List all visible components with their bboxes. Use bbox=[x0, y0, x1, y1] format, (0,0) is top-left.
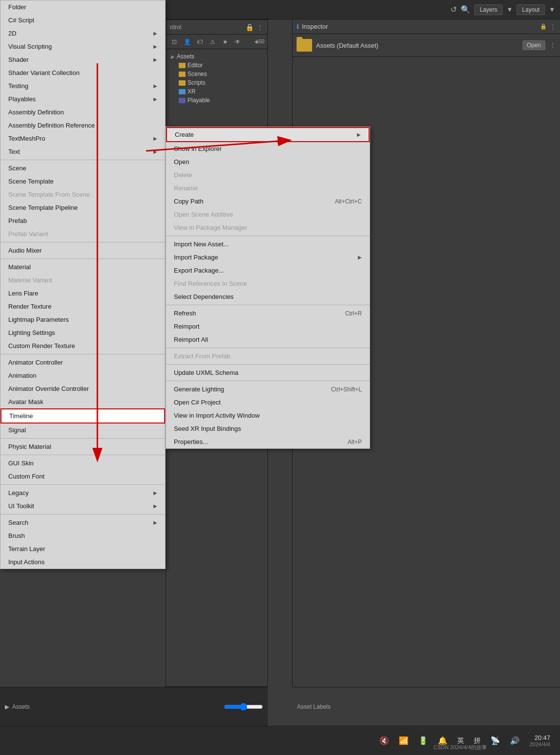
left-menu-item-testing[interactable]: Testing▶ bbox=[0, 79, 165, 92]
left-menu-item-lighting-settings[interactable]: Lighting Settings bbox=[0, 326, 165, 339]
asset-labels-panel: Asset Labels bbox=[292, 687, 560, 726]
left-menu-item-scene[interactable]: Scene bbox=[0, 162, 165, 175]
lock-icon[interactable]: 🔒 bbox=[540, 23, 547, 30]
scripts-label: Scripts bbox=[187, 79, 205, 86]
control-title: ntrol bbox=[170, 24, 181, 31]
left-menu-item-custom-font[interactable]: Custom Font bbox=[0, 470, 165, 483]
menu-item-label: Search bbox=[8, 519, 28, 526]
left-menu-item-custom-render-texture[interactable]: Custom Render Texture bbox=[0, 339, 165, 352]
control-toolbar: ⊡ 👤 🏷 ⚠ ★ 👁 ◈50 bbox=[166, 35, 267, 49]
left-menu-item-input-actions[interactable]: Input Actions bbox=[0, 555, 165, 569]
shortcut-label: Alt+P bbox=[348, 439, 362, 445]
right-menu-item-open-c#-project[interactable]: Open C# Project bbox=[166, 396, 370, 409]
left-menu-item-scene-template-pipeline[interactable]: Scene Template Pipeline bbox=[0, 201, 165, 214]
assets-path-icon: ▶ bbox=[5, 703, 9, 710]
left-menu-item-prefab[interactable]: Prefab bbox=[0, 214, 165, 227]
left-menu-item-assembly-definition-reference[interactable]: Assembly Definition Reference bbox=[0, 119, 165, 132]
right-menu-item-select-dependencies[interactable]: Select Dependencies bbox=[166, 290, 370, 303]
left-menu-item-shader-variant-collection[interactable]: Shader Variant Collection bbox=[0, 66, 165, 79]
menu-item-label: Find References In Scene bbox=[174, 280, 247, 287]
right-menu-item-import-package[interactable]: Import Package▶ bbox=[166, 251, 370, 264]
left-menu-item-playables[interactable]: Playables▶ bbox=[0, 92, 165, 106]
menu-item-label: Export Package... bbox=[174, 267, 224, 274]
menu-item-label: Signal bbox=[8, 426, 26, 434]
right-menu-item-copy-path[interactable]: Copy PathAlt+Ctrl+C bbox=[166, 195, 370, 208]
right-menu-item-show-in-explorer[interactable]: Show in Explorer bbox=[166, 142, 370, 155]
left-menu-item-textmeshpro[interactable]: TextMeshPro▶ bbox=[0, 132, 165, 145]
playable-folder[interactable]: Playable bbox=[179, 96, 262, 105]
refresh-icon[interactable]: ⊡ bbox=[169, 37, 180, 47]
right-menu-item-seed-xr-input-bindings[interactable]: Seed XR Input Bindings bbox=[166, 422, 370, 435]
left-menu-item-timeline[interactable]: Timeline bbox=[0, 408, 165, 424]
mute-icon: 🔇 bbox=[379, 736, 389, 745]
right-menu-item-create[interactable]: Create▶ bbox=[166, 127, 370, 142]
left-menu-item-folder[interactable]: Folder bbox=[0, 0, 165, 14]
left-menu-item-audio-mixer[interactable]: Audio Mixer bbox=[0, 244, 165, 257]
history-icon: ↺ bbox=[450, 5, 457, 14]
right-menu-item-generate-lighting[interactable]: Generate LightingCtrl+Shift+L bbox=[166, 383, 370, 396]
left-menu-item-shader[interactable]: Shader▶ bbox=[0, 53, 165, 66]
right-menu-item-open-scene-additive: Open Scene Additive bbox=[166, 208, 370, 221]
menu-item-label: Material Variant bbox=[8, 276, 52, 284]
right-menu-item-export-package-[interactable]: Export Package... bbox=[166, 264, 370, 277]
scripts-folder[interactable]: Scripts bbox=[179, 78, 262, 87]
zoom-slider[interactable] bbox=[224, 703, 263, 711]
asset-menu-icon[interactable]: ⋮ bbox=[549, 41, 556, 49]
account-icon[interactable]: 👤 bbox=[182, 37, 192, 47]
layers-button[interactable]: Layers bbox=[474, 4, 503, 15]
left-menu-item-prefab-variant: Prefab Variant bbox=[0, 227, 165, 240]
scenes-folder[interactable]: Scenes bbox=[179, 70, 262, 78]
right-menu-item-properties-[interactable]: Properties...Alt+P bbox=[166, 435, 370, 448]
right-menu-item-open[interactable]: Open bbox=[166, 155, 370, 168]
warning-icon[interactable]: ⚠ bbox=[207, 37, 218, 47]
left-menu-item-render-texture[interactable]: Render Texture bbox=[0, 300, 165, 313]
xr-folder[interactable]: XR bbox=[179, 87, 262, 96]
menu-separator bbox=[0, 242, 165, 242]
left-menu-item-search[interactable]: Search▶ bbox=[0, 516, 165, 529]
left-menu-item-lightmap-parameters[interactable]: Lightmap Parameters bbox=[0, 313, 165, 326]
left-menu-item-visual-scripting[interactable]: Visual Scripting▶ bbox=[0, 40, 165, 53]
menu-item-label: Scene Template Pipeline bbox=[8, 204, 78, 211]
right-menu-item-view-in-import-activity-window[interactable]: View in Import Activity Window bbox=[166, 409, 370, 422]
right-menu-item-rename: Rename bbox=[166, 182, 370, 195]
left-menu-item-animator-controller[interactable]: Animator Controller bbox=[0, 356, 165, 369]
left-menu-item-avatar-mask[interactable]: Avatar Mask bbox=[0, 395, 165, 408]
open-asset-button[interactable]: Open bbox=[523, 40, 545, 50]
left-menu-item-assembly-definition[interactable]: Assembly Definition bbox=[0, 106, 165, 119]
menu-item-label: Visual Scripting bbox=[8, 43, 52, 50]
left-menu-item-gui-skin[interactable]: GUI Skin bbox=[0, 457, 165, 470]
menu-item-label: Text bbox=[8, 148, 20, 155]
left-menu-item-text[interactable]: Text▶ bbox=[0, 145, 165, 158]
left-menu-item-lens-flare[interactable]: Lens Flare bbox=[0, 287, 165, 300]
left-menu-item-ui-toolkit[interactable]: UI Toolkit▶ bbox=[0, 499, 165, 513]
star-icon[interactable]: ★ bbox=[220, 37, 230, 47]
inspector-menu-icon[interactable]: ⋮ bbox=[550, 23, 556, 30]
menu-item-label: Import Package bbox=[174, 254, 218, 261]
menu-item-label: Lighting Settings bbox=[8, 329, 55, 336]
scenes-label: Scenes bbox=[187, 71, 207, 77]
left-menu-item-c#-script[interactable]: C# Script bbox=[0, 14, 165, 27]
inspector-asset-header: Assets (Default Asset) Open ⋮ bbox=[293, 34, 560, 57]
left-menu-item-terrain-layer[interactable]: Terrain Layer bbox=[0, 542, 165, 555]
right-menu-item-reimport-all[interactable]: Reimport All bbox=[166, 333, 370, 346]
editor-folder[interactable]: Editor bbox=[179, 61, 262, 70]
layout-button[interactable]: Layout bbox=[517, 4, 545, 15]
right-menu-item-refresh[interactable]: RefreshCtrl+R bbox=[166, 307, 370, 320]
left-menu-item-animation[interactable]: Animation bbox=[0, 369, 165, 382]
right-menu-item-import-new-asset-[interactable]: Import New Asset... bbox=[166, 238, 370, 251]
right-menu-item-reimport[interactable]: Reimport bbox=[166, 320, 370, 333]
menu-separator bbox=[0, 258, 165, 259]
eye-icon[interactable]: 👁 bbox=[232, 37, 243, 47]
left-menu-item-signal[interactable]: Signal bbox=[0, 424, 165, 437]
left-menu-item-material[interactable]: Material bbox=[0, 260, 165, 274]
assets-root-item[interactable]: ▶ Assets bbox=[171, 52, 262, 61]
left-menu-item-scene-template[interactable]: Scene Template bbox=[0, 175, 165, 188]
left-menu-item-brush[interactable]: Brush bbox=[0, 529, 165, 542]
right-menu-item-update-uxml-schema[interactable]: Update UXML Schema bbox=[166, 366, 370, 379]
left-menu-item-legacy[interactable]: Legacy▶ bbox=[0, 486, 165, 499]
menu-item-label: Update UXML Schema bbox=[174, 369, 238, 376]
tag-icon[interactable]: 🏷 bbox=[194, 37, 205, 47]
left-menu-item-physic-material[interactable]: Physic Material bbox=[0, 440, 165, 453]
left-menu-item-animator-override-controller[interactable]: Animator Override Controller bbox=[0, 382, 165, 395]
left-menu-item-2d[interactable]: 2D▶ bbox=[0, 27, 165, 40]
